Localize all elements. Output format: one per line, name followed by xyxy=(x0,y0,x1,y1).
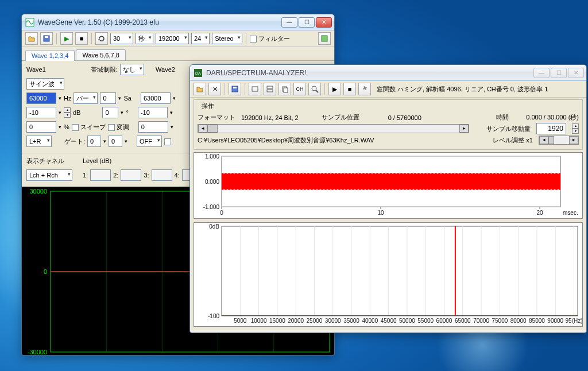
svg-text:20: 20 xyxy=(536,210,543,216)
open-button[interactable] xyxy=(25,32,38,45)
filter-checkbox[interactable]: フィルター xyxy=(250,34,290,43)
save-button[interactable] xyxy=(40,32,53,45)
wave1-type-select[interactable]: サイン波 xyxy=(26,78,64,90)
samplemove-spinner[interactable]: ▴▾ xyxy=(572,123,579,134)
sa-play-button[interactable]: ▶ xyxy=(328,83,341,95)
svg-text:80000: 80000 xyxy=(510,318,527,324)
svg-text:65000: 65000 xyxy=(455,318,471,324)
wave1-freq-input[interactable]: 63000 xyxy=(26,92,56,104)
svg-text:4: 4 xyxy=(272,354,276,355)
svg-rect-3 xyxy=(322,36,327,41)
play-button[interactable]: ▶ xyxy=(60,32,73,45)
wave1-header: Wave1 xyxy=(26,66,56,73)
wave2-pct-input[interactable]: 0 xyxy=(138,121,168,133)
duration-select[interactable]: 30 xyxy=(110,33,133,44)
spectrum-plot: 5000100001500020000250003000035000400004… xyxy=(194,222,583,327)
svg-text:1.000: 1.000 xyxy=(205,153,219,160)
svg-text:15000: 15000 xyxy=(269,318,285,324)
sa-group-legend: 操作 xyxy=(200,102,216,110)
svg-rect-32 xyxy=(267,86,273,88)
svg-text:55000: 55000 xyxy=(417,318,434,324)
sa-close-file-button[interactable]: ✕ xyxy=(208,83,221,95)
sa-maximize-button[interactable]: ☐ xyxy=(551,68,567,78)
tab-wave5678[interactable]: Wave 5,6,7,8 xyxy=(76,49,125,60)
sa-minimize-button[interactable]: — xyxy=(533,68,550,78)
wave2-level-input[interactable]: -10 xyxy=(138,107,168,118)
svg-text:0: 0 xyxy=(220,210,223,216)
sa-copy-button[interactable] xyxy=(278,83,291,95)
wavegene-toolbar: ▶ ■ 30 秒 192000 24 Stereo フィルター xyxy=(22,30,334,47)
display-channel-select[interactable]: Lch + Rch xyxy=(26,169,72,181)
maximize-button[interactable]: ☐ xyxy=(299,17,315,28)
sa-open-button[interactable] xyxy=(194,83,206,95)
stop-button[interactable]: ■ xyxy=(75,32,88,45)
wave2-freq-input[interactable]: 63000 xyxy=(141,92,171,104)
sa-view1-button[interactable] xyxy=(249,83,261,95)
bar-select[interactable]: バー xyxy=(74,92,98,104)
spectrum-titlebar[interactable]: DA DARU/SPECTRUM-ANALYZER! — ☐ ✕ xyxy=(190,65,586,81)
sa-save-button[interactable] xyxy=(229,83,241,95)
samplepos-label: サンプル位置 xyxy=(322,113,359,122)
svg-text:60000: 60000 xyxy=(436,318,452,324)
samplemove-label: サンプル移動量 xyxy=(486,125,531,133)
close-button[interactable]: ✕ xyxy=(316,17,332,28)
minimize-button[interactable]: — xyxy=(281,17,297,28)
mod-checkbox[interactable]: 変調 xyxy=(108,123,129,132)
bitdepth-select[interactable]: 24 xyxy=(191,33,210,44)
sa-close-button[interactable]: ✕ xyxy=(568,68,584,78)
sa-zoom-button[interactable] xyxy=(308,83,321,95)
level-spinner[interactable]: ▴▾ xyxy=(64,107,71,118)
position-scrollbar[interactable]: ◂▸ xyxy=(198,124,469,133)
leveladj-scrollbar[interactable]: ◂▸ xyxy=(539,136,579,145)
wave2-ch-select[interactable]: OFF xyxy=(137,136,162,147)
time-value: 0.000 / 30.000 (秒) xyxy=(526,113,579,122)
phase-input[interactable]: 0 xyxy=(102,107,118,118)
waveform-plot: -1.0000.0001.00001020msec. xyxy=(194,152,583,219)
svg-text:30000: 30000 xyxy=(325,318,341,324)
svg-text:10000: 10000 xyxy=(251,318,267,324)
time-label: 時間 xyxy=(496,113,509,122)
extra-button[interactable] xyxy=(318,32,331,45)
sa-settings-button[interactable] xyxy=(358,83,371,95)
svg-text:95(Hz): 95(Hz) xyxy=(566,318,583,324)
svg-text:0: 0 xyxy=(44,268,47,275)
bandlimit-select[interactable]: なし xyxy=(120,64,144,75)
sa-view2-button[interactable] xyxy=(264,83,276,95)
svg-text:0.000: 0.000 xyxy=(205,179,219,185)
tab-wave1234[interactable]: Wave 1,2,3,4 xyxy=(25,50,75,61)
wave1-level-input[interactable]: -10 xyxy=(26,107,56,118)
svg-text:75000: 75000 xyxy=(492,318,508,324)
leveladj-label: レベル調整 x1 xyxy=(493,136,533,145)
wavegene-titlebar[interactable]: WaveGene Ver. 1.50 (C) 1999-2013 efu — ☐… xyxy=(22,14,334,30)
channels-select[interactable]: Stereo xyxy=(212,33,242,44)
spectrum-toolbar: ✕ CH ▶ ■ 窓関数 ハミング, 解析幅 4096, リニア, CH番号 0… xyxy=(190,81,586,98)
wavegene-title: WaveGene Ver. 1.50 (C) 1999-2013 efu xyxy=(38,18,281,26)
loop-button[interactable] xyxy=(95,32,108,45)
svg-text:5000: 5000 xyxy=(234,318,247,324)
svg-text:3: 3 xyxy=(216,354,220,355)
svg-rect-52 xyxy=(222,226,578,316)
filepath-label: C:¥Users¥LEO05205¥Desktop¥周波数別音源¥63Khz_L… xyxy=(198,136,487,145)
bar-value[interactable]: 0 xyxy=(100,92,116,104)
svg-point-36 xyxy=(312,86,316,91)
wave2-enable-checkbox[interactable] xyxy=(164,137,173,145)
sweep-checkbox[interactable]: スイープ xyxy=(72,123,106,132)
svg-text:2: 2 xyxy=(160,354,164,355)
wave1-ch-select[interactable]: L+R xyxy=(26,136,52,147)
svg-text:ms: ms xyxy=(331,354,334,355)
bandlimit-label: 帯域制限: xyxy=(91,65,118,74)
wave1-pct-input[interactable]: 0 xyxy=(26,121,56,133)
samplemove-input[interactable]: 1920 xyxy=(536,123,566,134)
svg-text:10: 10 xyxy=(377,210,384,216)
samplerate-select[interactable]: 192000 xyxy=(156,33,189,44)
svg-line-37 xyxy=(316,90,318,92)
sa-stop-button[interactable]: ■ xyxy=(343,83,356,95)
sa-ch-button[interactable]: CH xyxy=(293,83,306,95)
svg-text:msec.: msec. xyxy=(563,210,578,216)
duration-unit-select[interactable]: 秒 xyxy=(136,33,153,44)
svg-rect-35 xyxy=(284,88,288,92)
svg-text:40000: 40000 xyxy=(362,318,378,324)
svg-text:85000: 85000 xyxy=(529,318,545,324)
spectrum-title: DARU/SPECTRUM-ANALYZER! xyxy=(206,69,533,77)
gate-input[interactable]: 0 xyxy=(87,136,101,147)
